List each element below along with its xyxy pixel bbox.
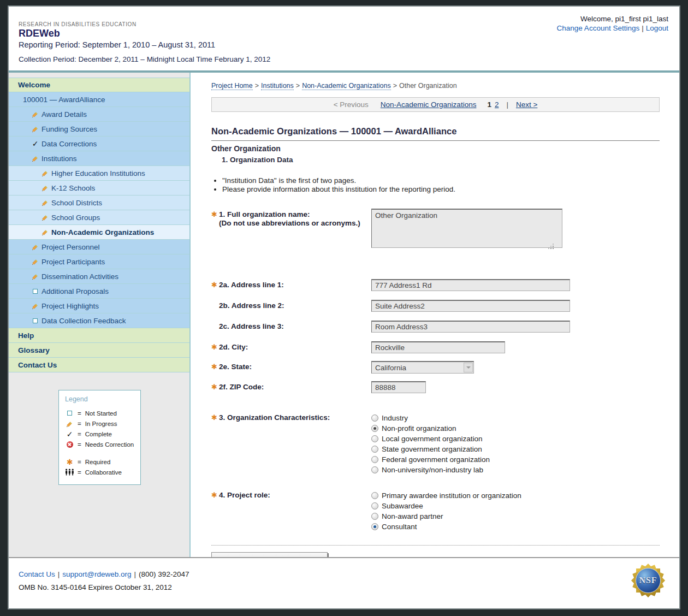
sidebar-item-institutions[interactable]: Institutions — [9, 151, 189, 166]
radio-option-industry[interactable]: Industry — [371, 413, 660, 423]
resize-grip-icon[interactable] — [553, 248, 554, 249]
app-window: RESEARCH IN DISABILITIES EDUCATION RDEWe… — [8, 5, 680, 609]
pencil-icon — [32, 243, 39, 251]
radio-icon-non-profit-organization[interactable] — [371, 425, 378, 432]
address3-input[interactable] — [371, 321, 570, 333]
sidebar-item-label: School Districts — [51, 199, 102, 207]
change-account-settings-link[interactable]: Change Account Settings — [557, 24, 640, 32]
sidebar: Welcome100001 — AwardAlliance Award Deta… — [9, 73, 191, 557]
footer-email-link[interactable]: support@rdeweb.org — [62, 570, 131, 578]
field-address3: 2c. Address line 3: — [211, 321, 660, 333]
radio-icon-industry[interactable] — [371, 414, 378, 422]
sidebar-item-100001-awardalliance[interactable]: 100001 — AwardAlliance — [9, 92, 189, 107]
page-title: Non-Academic Organizations — 100001 — Aw… — [211, 126, 660, 141]
radio-icon-federal-government-organization[interactable] — [371, 456, 378, 463]
footer-phone: (800) 392-2047 — [139, 570, 189, 578]
required-icon: ✱ — [67, 458, 73, 466]
address2-input[interactable] — [371, 300, 570, 312]
pencil-icon — [32, 258, 39, 265]
sidebar-item-school-districts[interactable]: School Districts — [9, 196, 189, 210]
sidebar-item-label: 100001 — AwardAlliance — [23, 96, 105, 104]
sidebar-item-label: Higher Education Institutions — [51, 169, 145, 177]
radio-icon-primary-awardee-institution-or-organization[interactable] — [371, 492, 378, 499]
next-page-link[interactable]: Next > — [516, 100, 537, 109]
radio-option-primary-awardee-institution-or-organization[interactable]: Primary awardee institution or organizat… — [371, 490, 660, 501]
breadcrumb: Project Home>Institutions>Non-Academic O… — [211, 82, 660, 90]
radio-option-local-government-organization[interactable]: Local government organization — [371, 434, 660, 444]
required-icon: ✱ — [211, 413, 219, 422]
address3-label: 2c. Address line 3: — [219, 322, 284, 331]
radio-option-consultant[interactable]: Consultant — [371, 522, 660, 532]
footer-contact-link[interactable]: Contact Us — [19, 570, 55, 578]
sidebar-item-non-academic-organizations[interactable]: Non-Academic Organizations — [9, 225, 189, 240]
sidebar-item-label: Contact Us — [18, 361, 57, 369]
city-label: 2d. City: — [219, 343, 248, 352]
radio-icon-subawardee[interactable] — [371, 502, 378, 510]
page-subtitle: Other Organization — [211, 144, 660, 153]
sidebar-item-help[interactable]: Help — [9, 328, 189, 343]
field-org-name: ✱ 1. Full organization name: (Do not use… — [211, 209, 660, 258]
sidebar-item-contact-us[interactable]: Contact Us — [9, 358, 189, 372]
sidebar-item-data-collection-feedback[interactable]: Data Collection Feedback — [9, 313, 189, 328]
collaborative-icon — [65, 469, 74, 476]
radio-icon-local-government-organization[interactable] — [371, 435, 378, 442]
sidebar-item-label: Project Personnel — [41, 243, 100, 251]
breadcrumb-non-academic-organizations[interactable]: Non-Academic Organizations — [302, 82, 391, 90]
radio-option-non-award-partner[interactable]: Non-award partner — [371, 511, 660, 522]
app-title: RDEWeb — [19, 28, 60, 39]
sidebar-item-project-participants[interactable]: Project Participants — [9, 254, 189, 269]
sidebar-item-dissemination-activities[interactable]: Dissemination Activities — [9, 269, 189, 284]
required-icon: ✱ — [211, 281, 219, 289]
radio-icon-state-government-organization[interactable] — [371, 446, 378, 453]
logout-link[interactable]: Logout — [646, 24, 668, 32]
sidebar-item-welcome[interactable]: Welcome — [9, 78, 189, 92]
radio-icon-consultant[interactable] — [371, 523, 378, 530]
radio-option-subawardee[interactable]: Subawardee — [371, 501, 660, 511]
field-zip: ✱ 2f. ZIP Code: — [211, 381, 660, 393]
city-input[interactable] — [371, 341, 505, 353]
sidebar-item-project-highlights[interactable]: Project Highlights — [9, 299, 189, 313]
state-dropdown-button[interactable] — [464, 363, 473, 372]
sidebar-item-label: Dissemination Activities — [41, 273, 118, 281]
radio-icon-non-university-non-industry-lab[interactable] — [371, 466, 378, 473]
pagination-divider: | — [506, 100, 508, 109]
save-button[interactable]: Save Part 1: Organization Data — [211, 552, 328, 557]
org-name-textarea[interactable]: Other Organization — [371, 209, 562, 248]
radio-option-non-university-non-industry-lab[interactable]: Non-university/non-industry lab — [371, 465, 660, 475]
breadcrumb-project-home[interactable]: Project Home — [211, 82, 253, 90]
sidebar-item-label: Additional Proposals — [41, 287, 109, 295]
radio-option-non-profit-organization[interactable]: Non-profit organization — [371, 423, 660, 434]
sidebar-item-label: Welcome — [18, 81, 50, 89]
address1-label: 2a. Address line 1: — [219, 281, 284, 289]
address1-input[interactable] — [371, 279, 570, 291]
sidebar-item-label: School Groups — [51, 214, 100, 222]
required-icon: ✱ — [211, 363, 219, 371]
sidebar-item-additional-proposals[interactable]: Additional Proposals — [9, 284, 189, 299]
radio-option-state-government-organization[interactable]: State government organization — [371, 444, 660, 454]
breadcrumb-institutions[interactable]: Institutions — [261, 82, 294, 90]
reporting-period: Reporting Period: September 1, 2010 – Au… — [19, 40, 215, 49]
sidebar-item-school-groups[interactable]: School Groups — [9, 210, 189, 225]
radio-icon-non-award-partner[interactable] — [371, 513, 378, 520]
page-section-heading: 1. Organization Data — [222, 156, 660, 164]
org-characteristics-options: IndustryNon-profit organizationLocal gov… — [371, 413, 660, 475]
sidebar-item-k-12-schools[interactable]: K-12 Schools — [9, 181, 189, 196]
pencil-icon — [41, 228, 49, 236]
radio-option-federal-government-organization[interactable]: Federal government organization — [371, 454, 660, 465]
page-number-2-link[interactable]: 2 — [495, 100, 499, 109]
zip-input[interactable] — [371, 381, 426, 393]
pencil-icon — [41, 169, 49, 177]
legend-box: Legend =Not Started =In Progress✓=Comple… — [58, 390, 141, 485]
pagination-group-link[interactable]: Non-Academic Organizations — [381, 100, 477, 109]
legend-item-needs-correction: =Needs Correction — [65, 439, 137, 449]
sidebar-item-higher-education-institutions[interactable]: Higher Education Institutions — [9, 166, 189, 181]
sidebar-item-label: Data Collection Feedback — [41, 317, 126, 325]
sidebar-item-data-corrections[interactable]: ✓Data Corrections — [9, 137, 189, 151]
legend-item-complete: ✓=Complete — [65, 429, 137, 439]
form-actions: Save Part 1: Organization Data Cancel — [211, 552, 660, 557]
sidebar-item-funding-sources[interactable]: Funding Sources — [9, 122, 189, 137]
sidebar-item-glossary[interactable]: Glossary — [9, 343, 189, 358]
sidebar-item-award-details[interactable]: Award Details — [9, 107, 189, 122]
sidebar-item-project-personnel[interactable]: Project Personnel — [9, 240, 189, 254]
state-select[interactable]: California — [371, 361, 474, 374]
